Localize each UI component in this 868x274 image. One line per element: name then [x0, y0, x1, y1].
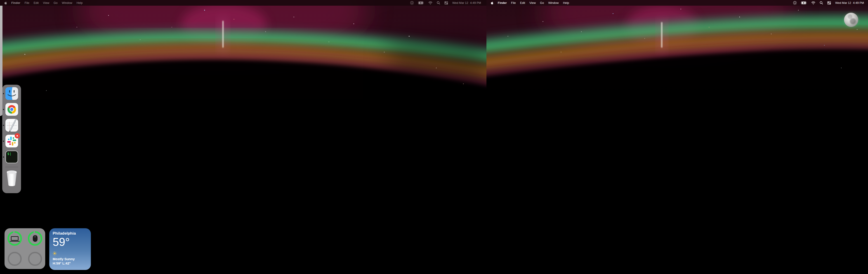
- terminal-icon: $|: [5, 150, 18, 163]
- weather-condition: Mostly Sunny: [53, 257, 88, 261]
- menu-file[interactable]: File: [511, 1, 516, 4]
- menu-bar-right: Finder File Edit View Go Window Help: [487, 0, 868, 6]
- running-indicator: [3, 157, 4, 158]
- menu-go[interactable]: Go: [54, 1, 57, 4]
- empty-battery-slot: [28, 252, 42, 266]
- sun-icon: [53, 251, 88, 255]
- dock-item-chrome[interactable]: [5, 103, 18, 116]
- running-indicator: [3, 141, 4, 142]
- chrome-icon: [5, 103, 18, 116]
- empty-battery-slot: [8, 252, 22, 266]
- running-indicator: [3, 109, 4, 110]
- menu-help[interactable]: Help: [76, 1, 83, 4]
- menu-file[interactable]: File: [25, 1, 29, 4]
- menu-edit[interactable]: Edit: [34, 1, 39, 4]
- aurora-wallpaper-right: [487, 0, 868, 274]
- weather-widget[interactable]: Philadelphia 59° Mostly Sunny H:59° L:42…: [49, 228, 91, 270]
- weather-city: Philadelphia: [53, 231, 88, 236]
- trash-icon[interactable]: [6, 170, 18, 187]
- dock-item-finder[interactable]: [5, 87, 18, 100]
- menu-bar-clock[interactable]: Wed Mar 12 4:49 PM: [452, 1, 481, 4]
- menu-view[interactable]: View: [43, 1, 49, 4]
- dock: $|: [2, 85, 21, 193]
- menu-window[interactable]: Window: [548, 1, 559, 4]
- menu-window[interactable]: Window: [62, 1, 72, 4]
- menu-go[interactable]: Go: [540, 1, 544, 4]
- app-menu-finder[interactable]: Finder: [498, 1, 507, 4]
- textedit-icon: [5, 119, 18, 132]
- apple-menu-icon[interactable]: [491, 1, 493, 4]
- display-right: Finder File Edit View Go Window Help: [487, 0, 868, 274]
- slack-notification-badge: [15, 133, 20, 138]
- weather-temperature: 59°: [53, 236, 88, 248]
- finder-icon: [5, 87, 18, 100]
- apple-menu-icon[interactable]: [4, 1, 7, 4]
- control-center-icon[interactable]: [444, 1, 448, 4]
- battery-charging-icon[interactable]: [418, 1, 424, 4]
- search-icon[interactable]: [819, 1, 823, 4]
- sunburst-icon[interactable]: [793, 1, 797, 5]
- display-left: Finder File Edit View Go Window Help: [0, 0, 487, 274]
- terminal-prompt-text: $|: [7, 152, 12, 156]
- control-center-icon[interactable]: [827, 1, 831, 4]
- search-icon[interactable]: [437, 1, 440, 4]
- laptop-battery-ring: [7, 231, 22, 246]
- dock-item-terminal[interactable]: $|: [5, 150, 18, 163]
- batteries-widget[interactable]: [4, 228, 45, 269]
- moon: [844, 13, 858, 27]
- weather-high-low: H:59° L:42°: [53, 261, 88, 265]
- mouse-icon: [33, 235, 37, 242]
- dock-item-textedit[interactable]: [5, 119, 18, 132]
- dock-item-slack[interactable]: [5, 135, 18, 147]
- menu-bar-left: Finder File Edit View Go Window Help: [0, 0, 487, 6]
- menu-edit[interactable]: Edit: [520, 1, 525, 4]
- mouse-battery-ring: [28, 231, 42, 246]
- wifi-icon[interactable]: [428, 1, 432, 4]
- sunburst-icon[interactable]: [410, 1, 414, 5]
- menu-help[interactable]: Help: [563, 1, 569, 4]
- wifi-icon[interactable]: [811, 1, 815, 4]
- menu-view[interactable]: View: [529, 1, 536, 4]
- running-indicator: [3, 125, 4, 126]
- app-menu-finder[interactable]: Finder: [11, 1, 20, 4]
- running-indicator: [3, 93, 4, 94]
- battery-charging-icon[interactable]: [801, 1, 807, 4]
- menu-bar-clock[interactable]: Wed Mar 12 4:49 PM: [835, 1, 864, 4]
- laptop-icon: [11, 236, 19, 241]
